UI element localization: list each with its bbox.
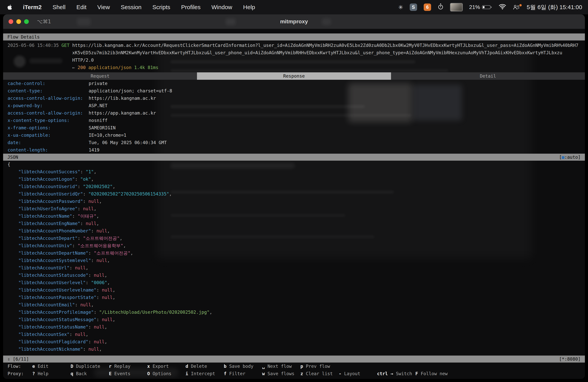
response-content-type: application/json <box>88 65 132 70</box>
proxy-listen-address: [*:8080] <box>559 356 581 362</box>
help-row-proxy: Proxy:? Helpq BackE EventsO Optionsi Int… <box>8 370 585 377</box>
help-item: p Prev flow <box>300 362 339 370</box>
menu-app-name[interactable]: iTerm2 <box>23 4 42 11</box>
json-line: "libtechAccountUniv": "소프트웨어응용학부", <box>8 242 585 249</box>
flow-details-title: Flow Details <box>7 33 40 41</box>
json-line: "libtechAccountEngName": null, <box>8 220 585 227</box>
wifi-icon[interactable] <box>499 4 506 11</box>
help-item: F Follow new <box>415 370 454 377</box>
json-line: "libtechAccountStatuscode": null, <box>8 272 585 279</box>
sharing-active-dot <box>519 4 522 6</box>
request-url-line: https://lib.kangnam.ac.kr/Account/Reques… <box>72 42 579 64</box>
traffic-lights <box>9 19 29 24</box>
battery-icon <box>482 5 492 10</box>
tab-response[interactable]: Response <box>197 72 391 80</box>
aperture-menu-icon[interactable]: ✳ <box>398 4 403 11</box>
flow-tabs: RequestResponseDetail <box>3 72 585 80</box>
titlebar-blur-ghost <box>226 18 235 25</box>
menu-item-view[interactable]: View <box>97 4 110 11</box>
json-line: "libtechAccountName": "이태규", <box>8 212 585 220</box>
menu-item-window[interactable]: Window <box>211 4 232 11</box>
json-line: "libtechAccountUrl": null, <box>8 264 585 272</box>
json-line: "libtechAccountSystemlevel": null, <box>8 257 585 264</box>
minimize-button[interactable] <box>16 19 21 24</box>
help-item: z Clear list <box>300 370 339 377</box>
http-version: HTTP/2.0 <box>72 58 94 63</box>
json-view-bar: JSON [■:auto] <box>3 154 585 161</box>
menu-item-session[interactable]: Session <box>121 4 142 11</box>
header-row: x-powered-by:ASP.NET <box>8 102 585 109</box>
header-row: access-control-allow-origin:https://app.… <box>8 109 585 117</box>
timer-icon[interactable] <box>438 3 443 11</box>
help-item: w Save flows <box>262 370 300 377</box>
header-row: x-ua-compatible:IE=10,chrome=1 <box>8 131 585 139</box>
header-row: x-content-type-options:nosniff <box>8 117 585 124</box>
menu-item-profiles[interactable]: Profiles <box>181 4 200 11</box>
request-method: GET <box>62 43 70 48</box>
menu-item-scripts[interactable]: Scripts <box>152 4 170 11</box>
json-line: "libtechAccountUserid": "202002502", <box>8 183 585 190</box>
menu-bar: iTerm2 ShellEditViewSessionScriptsProfil… <box>0 0 588 14</box>
response-status-code: 200 <box>78 65 86 70</box>
help-item: q Back <box>71 370 109 377</box>
json-line: "libtechAccountPassword": null, <box>8 198 585 205</box>
battery-indicator[interactable]: 21% <box>469 4 492 10</box>
help-item: - Layout <box>339 370 377 377</box>
menu-item-edit[interactable]: Edit <box>76 4 86 11</box>
help-item: D Duplicate <box>71 362 109 370</box>
request-url: https://lib.kangnam.ac.kr/Account/Reques… <box>72 43 578 55</box>
screen-sharing-icon[interactable] <box>513 4 520 10</box>
menu-item-help[interactable]: Help <box>243 4 255 11</box>
help-item: O Options <box>147 370 186 377</box>
titlebar-blur-ghost <box>77 18 91 26</box>
help-item: e Edit <box>32 362 71 370</box>
desktop: { "menubar": { "app_name": "iTerm2", "it… <box>0 0 588 382</box>
json-line: "libtechAccountStatusName": null, <box>8 323 585 331</box>
close-button[interactable] <box>9 19 13 24</box>
help-item: d Delete <box>186 362 224 370</box>
header-row: content-length:1419 <box>8 146 585 154</box>
help-row-flow: Flow:e EditD Duplicater Replayx Exportd … <box>8 362 585 370</box>
apple-menu-icon[interactable] <box>7 4 12 10</box>
json-line: "libtechAccountSuccess": "1", <box>8 168 585 175</box>
json-view-mode[interactable]: [■:auto] <box>559 154 581 161</box>
tab-detail[interactable]: Detail <box>391 72 585 80</box>
json-line: "libtechAccountFlagidcard": null, <box>8 338 585 345</box>
tab-request[interactable]: Request <box>3 72 197 80</box>
help-item: f Filter <box>224 370 262 377</box>
titlebar-blur-ghost <box>322 18 331 25</box>
window-titlebar[interactable]: ⌥⌘1 mitmproxy <box>3 14 585 29</box>
menu-datetime[interactable]: 5월 6일 (화) 15:41:00 <box>527 3 582 11</box>
flow-position: [6/11] <box>13 357 29 361</box>
header-row: content-type:application/json; charset=u… <box>8 87 585 95</box>
response-headers: cache-control:privatecontent-type:applic… <box>3 80 585 154</box>
header-row: cache-control:private <box>8 80 585 87</box>
json-line: { <box>8 161 585 168</box>
s-app-badge[interactable]: S <box>410 3 417 11</box>
json-line: "libtechAccountEmail": null, <box>8 301 585 308</box>
flow-details-bar: Flow Details <box>3 33 585 41</box>
request-summary: 2025-05-06 15:40:35 GET https://lib.kang… <box>3 42 585 71</box>
menu-item-shell[interactable]: Shell <box>53 4 65 11</box>
json-line: "libtechAccountDepartName": "소프트웨어전공", <box>8 249 585 257</box>
zoom-button[interactable] <box>24 19 29 24</box>
status-left: ⇳ [6/11] <box>7 356 29 362</box>
help-item: x Export <box>147 362 186 370</box>
terminal-content[interactable]: Flow Details 2025-05-06 15:40:35 GET htt… <box>3 29 585 379</box>
battery-percent: 21% <box>469 4 480 10</box>
screenshot-thumbnail[interactable] <box>450 3 462 11</box>
help-item: ␣ Next flow <box>262 362 300 370</box>
help-item: ctrl → Switch <box>377 370 415 377</box>
json-line: "libtechAccountUserlevelname": null, <box>8 286 585 294</box>
help-row-label: Proxy: <box>8 370 32 377</box>
json-line: "libtechAccountNickname": null, <box>8 345 585 353</box>
response-arrow-icon: ← <box>72 65 75 70</box>
json-line: "libtechUserInfoAgree": null, <box>8 205 585 212</box>
json-line: "libtechAccountDepart": "소프트웨어전공", <box>8 234 585 242</box>
help-item: i Intercept <box>186 370 224 377</box>
json-line: "libtechAccountPhoneNumber": null, <box>8 227 585 234</box>
header-row: date:Tue, 06 May 2025 06:40:34 GMT <box>8 139 585 146</box>
notification-count-badge[interactable]: 6 <box>424 3 431 11</box>
response-meta-line: ← 200 application/json 1.4k 81ms <box>72 64 579 71</box>
json-view-label: JSON <box>7 154 18 161</box>
